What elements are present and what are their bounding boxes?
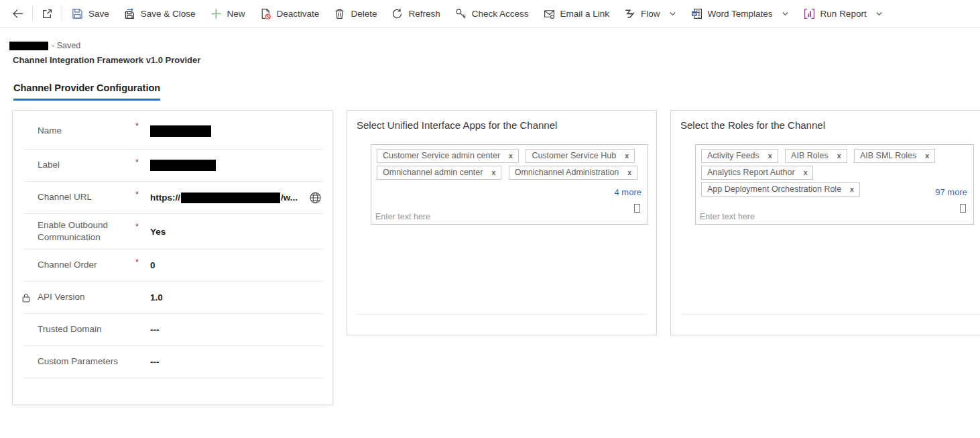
entity-type-label: Channel Integration Framework v1.0 Provi…	[13, 55, 200, 65]
field-row-channel-order: Channel Order * 0	[23, 250, 323, 282]
delete-label: Delete	[351, 9, 377, 19]
required-spacer	[135, 314, 150, 322]
name-field-value[interactable]	[150, 125, 211, 137]
record-save-status: - Saved	[52, 41, 80, 50]
apps-expand-icon[interactable]	[634, 204, 640, 213]
roles-more-link[interactable]: 97 more	[935, 187, 967, 197]
required-spacer	[135, 282, 150, 290]
save-and-close-label: Save & Close	[141, 9, 196, 19]
tab-channel-provider-configuration[interactable]: Channel Provider Configuration	[13, 83, 160, 101]
remove-tag-icon[interactable]: x	[804, 168, 808, 176]
field-row-enable-outbound: Enable Outbound Communication * Yes	[23, 214, 323, 250]
word-templates-icon: W	[691, 8, 702, 19]
apps-search-input[interactable]	[375, 212, 530, 221]
roles-expand-icon[interactable]	[960, 204, 966, 213]
deactivate-label: Deactivate	[277, 9, 320, 19]
required-marker: *	[135, 214, 150, 231]
remove-tag-icon[interactable]: x	[850, 185, 854, 193]
command-bar: Save Save & Close New Deactivate Delete …	[0, 0, 980, 28]
role-tag[interactable]: App Deployment Orchestration Role x	[701, 182, 860, 197]
save-and-close-button[interactable]: Save & Close	[117, 0, 203, 27]
field-row-trusted-domain: Trusted Domain ---	[23, 314, 323, 346]
enable-outbound-field-label: Enable Outbound Communication	[38, 215, 135, 248]
remove-tag-icon[interactable]: x	[627, 168, 631, 176]
role-tag[interactable]: Analytics Report Author x	[701, 166, 813, 180]
field-row-channel-url: Channel URL * https:// /w...	[23, 182, 323, 214]
flow-button[interactable]: Flow	[617, 0, 684, 27]
channel-order-field-value[interactable]: 0	[150, 260, 156, 270]
trusted-domain-field-value[interactable]: ---	[150, 325, 160, 335]
channel-url-field-value[interactable]: https:// /w...	[150, 193, 298, 203]
role-tag-label: App Deployment Orchestration Role	[707, 184, 841, 194]
email-a-link-label: Email a Link	[560, 9, 610, 19]
open-in-new-window-icon	[42, 8, 53, 19]
run-report-icon	[804, 8, 815, 19]
remove-tag-icon[interactable]: x	[768, 152, 772, 160]
app-tag[interactable]: Customer Service Hub x	[526, 149, 635, 163]
apps-panel-title: Select Unified Interface Apps for the Ch…	[357, 119, 647, 131]
save-and-close-icon	[124, 8, 135, 19]
new-button[interactable]: New	[203, 0, 253, 27]
back-button[interactable]	[5, 0, 30, 27]
popout-button[interactable]	[35, 0, 60, 27]
remove-tag-icon[interactable]: x	[837, 152, 841, 160]
new-label: New	[227, 9, 245, 19]
app-tag-label: Omnichannel Administration	[515, 168, 619, 177]
label-field-value[interactable]	[150, 160, 216, 171]
remove-tag-icon[interactable]: x	[625, 152, 629, 160]
check-access-button[interactable]: Check Access	[448, 0, 536, 27]
label-field-label: Label	[38, 155, 135, 175]
redacted-value-bar	[150, 125, 211, 137]
save-label: Save	[88, 9, 109, 19]
role-tag-label: Analytics Report Author	[707, 168, 795, 177]
chevron-down-icon	[782, 10, 789, 17]
role-tag[interactable]: AIB Roles x	[785, 149, 847, 163]
remove-tag-icon[interactable]: x	[509, 152, 513, 160]
toolbar-divider	[32, 6, 33, 21]
form-tabstrip: Channel Provider Configuration	[13, 82, 160, 101]
required-marker: *	[135, 150, 150, 167]
roles-multiselect-box[interactable]: Activity Feeds x AIB Roles x AIB SML Rol…	[695, 144, 974, 225]
run-report-label: Run Report	[820, 9, 867, 19]
plus-icon	[210, 8, 222, 19]
url-prefix: https://	[150, 193, 180, 203]
refresh-button[interactable]: Refresh	[384, 0, 447, 27]
email-a-link-button[interactable]: Email a Link	[536, 0, 617, 27]
custom-parameters-field-value[interactable]: ---	[150, 357, 160, 367]
deactivate-button[interactable]: Deactivate	[253, 0, 327, 27]
trash-icon	[334, 8, 345, 19]
app-tag[interactable]: Omnichannel admin center x	[377, 166, 501, 180]
delete-button[interactable]: Delete	[326, 0, 384, 27]
role-tag[interactable]: Activity Feeds x	[701, 149, 778, 163]
roles-panel: Select the Roles for the Channel Activit…	[670, 110, 980, 335]
remove-tag-icon[interactable]: x	[925, 152, 929, 160]
custom-parameters-field-label: Custom Parameters	[38, 351, 135, 372]
apps-multiselect-box[interactable]: Customer Service admin center x Customer…	[371, 144, 648, 225]
panel-divider	[357, 314, 647, 315]
role-tag[interactable]: AIB SML Roles x	[854, 149, 935, 163]
word-templates-label: Word Templates	[708, 9, 773, 19]
chevron-down-icon	[669, 10, 676, 17]
app-tag[interactable]: Omnichannel Administration x	[509, 166, 637, 180]
record-header: - Saved Channel Integration Framework v1…	[9, 41, 200, 65]
unified-interface-apps-panel: Select Unified Interface Apps for the Ch…	[347, 110, 657, 335]
url-suffix: /w...	[281, 193, 298, 203]
app-tag-label: Customer Service admin center	[383, 151, 500, 160]
roles-panel-title: Select the Roles for the Channel	[680, 119, 980, 131]
enable-outbound-field-value[interactable]: Yes	[150, 227, 166, 237]
save-button[interactable]: Save	[64, 0, 117, 27]
open-url-globe-icon[interactable]	[309, 191, 322, 204]
run-report-button[interactable]: Run Report	[796, 0, 890, 27]
app-tag[interactable]: Customer Service admin center x	[377, 149, 519, 163]
check-access-label: Check Access	[472, 9, 529, 19]
remove-tag-icon[interactable]: x	[491, 168, 495, 176]
panel-divider	[681, 314, 980, 315]
deactivate-icon	[260, 8, 271, 19]
email-link-icon	[544, 8, 555, 19]
apps-more-link[interactable]: 4 more	[615, 187, 641, 197]
roles-search-input[interactable]	[700, 212, 854, 221]
field-row-label: Label *	[23, 150, 323, 182]
word-templates-button[interactable]: W Word Templates	[684, 0, 796, 27]
back-arrow-icon	[12, 8, 23, 19]
field-row-custom-parameters: Custom Parameters ---	[23, 346, 323, 378]
